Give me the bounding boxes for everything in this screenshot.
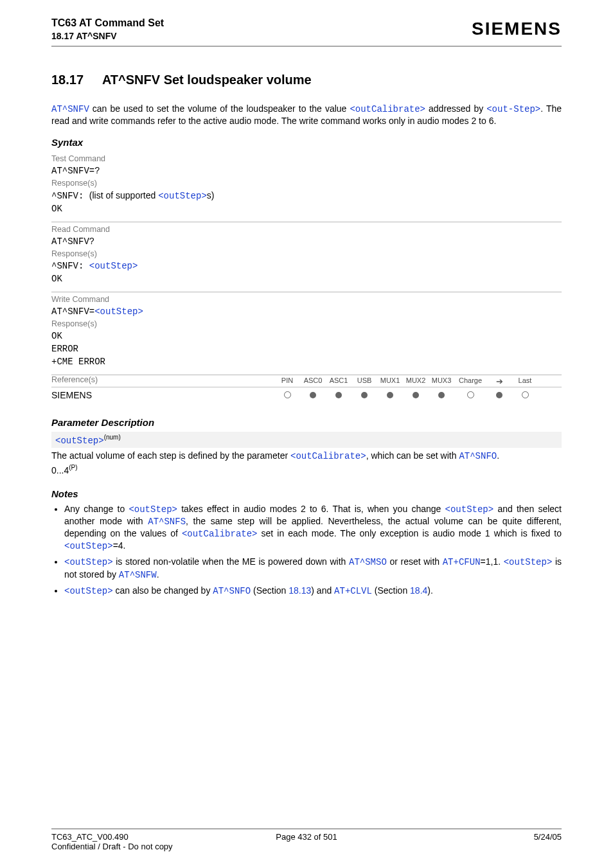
footer-confidential: Confidential / Draft - Do not copy [51, 842, 562, 851]
page-header: TC63 AT Command Set 18.17 AT^SNFV SIEMEN… [51, 17, 562, 47]
link-at-cfun[interactable]: AT+CFUN [443, 557, 481, 567]
read-command: AT^SNFV? [51, 236, 562, 247]
param-desc-line: The actual volume of each step is define… [51, 450, 562, 461]
param-range: 0...4(P) [51, 464, 562, 475]
doc-section: 18.17 AT^SNFV [51, 30, 164, 42]
dot-usb [361, 392, 368, 398]
dot-asc0 [310, 392, 316, 398]
col-mux2: MUX2 [405, 376, 427, 386]
dot-airplane [496, 392, 502, 398]
link-outstep-n3[interactable]: <outStep> [64, 586, 113, 596]
param-name-box: <outStep>(num) [51, 432, 562, 448]
test-command: AT^SNFV=? [51, 166, 562, 176]
link-section-18-4[interactable]: 18.4 [410, 585, 427, 596]
dot-pin [284, 391, 291, 398]
reference-header-row: Reference(s) PIN ASC0 ASC1 USB MUX1 MUX2… [51, 375, 562, 387]
footer-date: 5/24/05 [391, 832, 562, 842]
link-outstep-n1a[interactable]: <outStep> [129, 504, 177, 515]
test-response: ^SNFV: (list of supported <outStep>s) [51, 190, 562, 201]
link-at-smso[interactable]: AT^SMSO [349, 557, 387, 567]
col-charge: Charge [456, 376, 484, 386]
link-outstep-read[interactable]: <outStep> [89, 261, 138, 271]
read-command-label: Read Command [51, 225, 562, 234]
link-outstep-write[interactable]: <outStep> [94, 306, 143, 317]
link-outcalibrate-param[interactable]: <outCalibrate> [290, 451, 366, 461]
link-outstep[interactable]: <out-Step> [486, 104, 540, 114]
write-command: AT^SNFV=<outStep> [51, 306, 562, 317]
dot-last [522, 391, 529, 398]
read-ok: OK [51, 274, 562, 284]
page-footer: TC63_ATC_V00.490 Page 432 of 501 5/24/05… [51, 828, 562, 851]
write-command-label: Write Command [51, 295, 562, 304]
syntax-heading: Syntax [51, 137, 562, 148]
reference-columns: PIN ASC0 ASC1 USB MUX1 MUX2 MUX3 Charge … [276, 376, 536, 386]
link-at-snfs[interactable]: AT^SNFS [148, 517, 186, 527]
link-at-clvl[interactable]: AT+CLVL [334, 586, 372, 596]
reference-value-row: SIEMENS [51, 387, 562, 404]
reference-label: Reference(s) [51, 375, 276, 384]
write-error: ERROR [51, 344, 562, 354]
link-at-snfv[interactable]: AT^SNFV [51, 104, 89, 114]
col-usb: USB [353, 376, 375, 386]
param-heading: Parameter Description [51, 417, 562, 428]
link-outstep-n1c[interactable]: <outStep> [64, 541, 113, 551]
footer-page: Page 432 of 501 [222, 832, 392, 842]
write-command-block: Write Command AT^SNFV=<outStep> Response… [51, 292, 562, 375]
col-mux3: MUX3 [431, 376, 452, 386]
link-at-snfw[interactable]: AT^SNFW [119, 570, 157, 580]
intro-paragraph: AT^SNFV can be used to set the volume of… [51, 103, 562, 127]
read-response-label: Response(s) [51, 249, 562, 258]
note-3: <outStep> can also be changed by AT^SNFO… [64, 585, 562, 597]
note-1: Any change to <outStep> takes effect in … [64, 503, 562, 553]
test-command-label: Test Command [51, 154, 562, 163]
col-pin: PIN [276, 376, 298, 386]
read-command-block: Read Command AT^SNFV? Response(s) ^SNFV:… [51, 222, 562, 292]
col-last: Last [514, 376, 536, 386]
link-at-snfo-n3[interactable]: AT^SNFO [213, 586, 251, 596]
dot-mux3 [438, 392, 445, 398]
reference-vendor: SIEMENS [51, 390, 276, 400]
test-response-label: Response(s) [51, 179, 562, 188]
test-command-block: Test Command AT^SNFV=? Response(s) ^SNFV… [51, 152, 562, 222]
dot-mux2 [413, 392, 419, 398]
read-response: ^SNFV: <outStep> [51, 261, 562, 271]
write-ok: OK [51, 331, 562, 341]
notes-list: Any change to <outStep> takes effect in … [51, 503, 562, 597]
param-name: <outStep> [55, 436, 104, 446]
dot-charge [467, 391, 474, 398]
dot-asc1 [335, 392, 342, 398]
header-left: TC63 AT Command Set 18.17 AT^SNFV [51, 17, 164, 42]
dot-mux1 [387, 392, 393, 398]
link-outstep-n2b[interactable]: <outStep> [504, 557, 553, 567]
brand-logo: SIEMENS [472, 19, 562, 39]
test-ok: OK [51, 204, 562, 214]
section-number: 18.17 [51, 73, 84, 87]
link-outstep-n2a[interactable]: <outStep> [64, 557, 113, 567]
col-asc0: ASC0 [302, 376, 324, 386]
footer-version: TC63_ATC_V00.490 [51, 832, 222, 842]
reference-dots [276, 390, 536, 400]
link-outstep-n1b[interactable]: <outStep> [445, 504, 494, 515]
section-title: AT^SNFV Set loudspeaker volume [102, 73, 312, 87]
doc-title: TC63 AT Command Set [51, 17, 164, 30]
param-sup: (num) [104, 434, 121, 441]
link-section-18-13[interactable]: 18.13 [289, 585, 311, 596]
col-airplane-icon: ➔ [488, 376, 510, 386]
link-at-snfo[interactable]: AT^SNFO [459, 451, 497, 461]
write-response-label: Response(s) [51, 319, 562, 328]
col-asc1: ASC1 [328, 376, 350, 386]
col-mux1: MUX1 [379, 376, 401, 386]
notes-heading: Notes [51, 488, 562, 499]
section-heading: 18.17 AT^SNFV Set loudspeaker volume [51, 73, 562, 87]
write-cme: +CME ERROR [51, 357, 562, 367]
link-outstep-test[interactable]: <outStep> [158, 191, 207, 201]
link-outcalibrate[interactable]: <outCalibrate> [350, 104, 425, 114]
link-outcalibrate-n1[interactable]: <outCalibrate> [182, 529, 258, 539]
note-2: <outStep> is stored non-volatile when th… [64, 556, 562, 580]
